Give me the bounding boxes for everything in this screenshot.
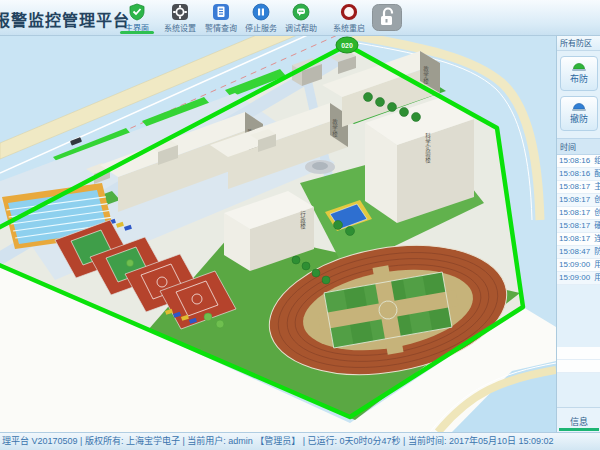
toolbar-button-settings[interactable]: 系统设置 [159, 1, 201, 34]
toolbar-button-label: 调试帮助 [280, 22, 322, 33]
top-toolbar: 报警监控管理平台 主界面 系统设置 警情查询 停止服务 调试帮助 系统 [0, 0, 600, 36]
shield-icon [116, 3, 158, 22]
toolbar-button-main[interactable]: 主界面 [116, 1, 158, 34]
log-spacer [557, 285, 600, 347]
building-label: 科学实验楼 [425, 132, 431, 164]
log-row[interactable]: 15:08:47防 [557, 246, 600, 259]
log-list[interactable]: 15:08:16组 15:08:16配 15:08:17主 15:08:17创 … [557, 155, 600, 285]
toolbar-button-stop[interactable]: 停止服务 [240, 1, 282, 34]
toolbar-button-label: 停止服务 [240, 22, 282, 33]
zones-header: 所有防区 [557, 35, 600, 51]
building-label: 行政楼 [300, 210, 306, 230]
app-title: 报警监控管理平台 [0, 7, 130, 31]
pause-icon [240, 3, 282, 22]
arm-beacon-icon [571, 60, 587, 72]
toolbar-button-debug[interactable]: 调试帮助 [280, 1, 322, 34]
toolbar-button-label: 警情查询 [200, 22, 242, 33]
info-tab[interactable]: 信息 [557, 407, 600, 432]
log-row[interactable]: 15:09:00用 [557, 259, 600, 272]
log-time-header: 时间 [557, 138, 600, 155]
building-label: 教学楼 [332, 118, 338, 138]
right-sidebar: 所有防区 布防 撤防 时间 15:08:16组 15:08:16配 15:08:… [556, 35, 600, 432]
lock-toggle-button[interactable] [372, 4, 402, 31]
disarm-button-label: 撤防 [561, 112, 597, 125]
chat-icon [280, 3, 322, 22]
campus-map[interactable]: 教学楼 教学楼 教学楼 科学实验楼 行政楼 [0, 35, 556, 432]
log-row[interactable]: 15:08:17创 [557, 207, 600, 220]
log-row[interactable]: 15:08:16组 [557, 155, 600, 168]
arm-button-label: 布防 [561, 72, 597, 85]
status-text: 理平台 V20170509 | 版权所有: 上海宝学电子 | 当前用户: adm… [2, 436, 554, 446]
toolbar-button-restart[interactable]: 系统重启 [328, 1, 370, 34]
campus-map-svg: 教学楼 教学楼 教学楼 科学实验楼 行政楼 [0, 35, 556, 432]
status-bar: 理平台 V20170509 | 版权所有: 上海宝学电子 | 当前用户: adm… [0, 432, 600, 450]
zone-badge[interactable]: 020 [336, 37, 358, 53]
toolbar-button-query[interactable]: 警情查询 [200, 1, 242, 34]
building-label: 教学楼 [423, 65, 429, 85]
fountain-center [312, 162, 328, 170]
log-row[interactable]: 15:08:17硬 [557, 220, 600, 233]
log-row[interactable]: 15:09:00用 [557, 272, 600, 285]
unlock-icon [372, 4, 402, 31]
arm-button[interactable]: 布防 [560, 56, 598, 91]
restart-icon [328, 3, 370, 22]
log-row[interactable]: 15:08:17创 [557, 194, 600, 207]
log-row[interactable]: 15:08:17连 [557, 233, 600, 246]
log-row-empty [557, 360, 600, 373]
disarm-button[interactable]: 撤防 [560, 96, 598, 131]
gear-icon [159, 3, 201, 22]
document-icon [200, 3, 242, 22]
log-row[interactable]: 15:08:16配 [557, 168, 600, 181]
toolbar-button-label: 系统重启 [328, 22, 370, 33]
zone-badge-number: 020 [341, 42, 353, 49]
disarm-beacon-icon [571, 100, 587, 112]
log-row[interactable]: 15:08:17主 [557, 181, 600, 194]
toolbar-button-label: 主界面 [116, 22, 158, 33]
log-row-empty [557, 347, 600, 360]
toolbar-button-label: 系统设置 [159, 22, 201, 33]
